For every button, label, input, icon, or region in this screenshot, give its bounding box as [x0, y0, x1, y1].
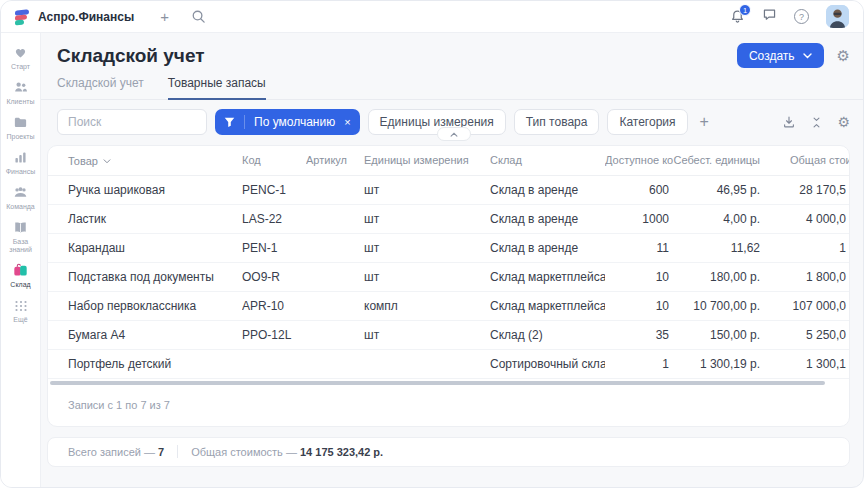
sort-chevron-icon [103, 154, 111, 166]
cell-code: PEN-1 [242, 233, 306, 262]
cell-unit-cost: 11,62 [673, 233, 764, 262]
cell-code: LAS-22 [242, 204, 306, 233]
column-header-article[interactable]: Артикул [306, 146, 364, 175]
cell-code: PENC-1 [242, 175, 306, 204]
table-header-row: Товар Код Артикул Единицы измерения Скла… [48, 146, 849, 175]
cell-unit: шт [364, 320, 490, 349]
cell-total: 1 800,0 [764, 262, 849, 291]
page-settings-gear-icon[interactable]: ⚙ [837, 48, 850, 63]
column-header-warehouse[interactable]: Склад [490, 146, 605, 175]
cell-unit-cost: 1 300,19 р. [673, 349, 764, 378]
filter-chip-category[interactable]: Категория [607, 109, 687, 135]
column-header-code[interactable]: Код [242, 146, 306, 175]
folder-icon [13, 115, 28, 130]
table-row[interactable]: Ручка шариковая PENC-1 шт Склад в аренде… [48, 175, 849, 204]
column-header-total-cost[interactable]: Общая стоимость [764, 146, 849, 175]
app-window: Аспро.Финансы + 1 ? Старт [0, 0, 864, 488]
filter-chip-product-type[interactable]: Тип товара [514, 109, 600, 135]
inventory-table-card: Товар Код Артикул Единицы измерения Скла… [47, 145, 850, 427]
sidebar-item-projects[interactable]: Проекты [1, 115, 41, 141]
cell-product: Бумага А4 [48, 320, 242, 349]
tab-goods-stock[interactable]: Товарные запасы [168, 76, 266, 100]
active-filter-chip[interactable]: По умолчанию × [215, 109, 360, 135]
total-cost-value: 14 175 323,42 р. [300, 446, 383, 458]
add-filter-button[interactable]: + [700, 114, 709, 130]
tabs-bar: Складской учет Товарные запасы [41, 76, 863, 100]
sidebar-item-clients[interactable]: Клиенты [1, 80, 41, 106]
create-button-label: Создать [749, 49, 795, 63]
cell-total: 107 000,0 [764, 291, 849, 320]
sidebar-item-finance[interactable]: Финансы [1, 150, 41, 176]
heart-icon [13, 45, 28, 60]
total-records-label: Всего записей — [68, 446, 155, 458]
warehouse-bag-icon [13, 263, 28, 278]
export-download-icon[interactable] [782, 115, 796, 129]
cell-warehouse: Склад маркетплейса [490, 262, 605, 291]
cell-warehouse: Сортировочный склад [490, 349, 605, 378]
horizontal-scrollbar [48, 380, 849, 386]
table-row[interactable]: Портфель детский Сортировочный склад 1 1… [48, 349, 849, 378]
horizontal-scrollbar-thumb[interactable] [50, 381, 825, 385]
search-input[interactable] [57, 109, 207, 135]
column-header-product[interactable]: Товар [48, 146, 242, 175]
total-cost: Общая стоимость — 14 175 323,42 р. [191, 446, 383, 458]
cell-code: PPO-12L [242, 320, 306, 349]
cell-article [306, 291, 364, 320]
column-header-units[interactable]: Единицы измерения [364, 146, 490, 175]
summary-bar: Всего записей — 7 Общая стоимость — 14 1… [47, 437, 850, 467]
sidebar-item-knowledge-base[interactable]: База знаний [1, 220, 41, 254]
sidebar-item-warehouse[interactable]: Склад [1, 263, 41, 289]
table-row[interactable]: Карандаш PEN-1 шт Склад в аренде 11 11,6… [48, 233, 849, 262]
cell-total: 28 170,5 [764, 175, 849, 204]
cell-total: 1 300,1 [764, 349, 849, 378]
app-name: Аспро.Финансы [38, 10, 134, 24]
table-settings-gear-icon[interactable]: ⚙ [837, 115, 850, 129]
cell-product: Портфель детский [48, 349, 242, 378]
cell-product: Ластик [48, 204, 242, 233]
table-row[interactable]: Ластик LAS-22 шт Склад в аренде 1000 4,0… [48, 204, 849, 233]
cell-product: Ручка шариковая [48, 175, 242, 204]
sidebar-item-label: Клиенты [6, 98, 34, 106]
table-row[interactable]: Подставка под документы OO9-R шт Склад м… [48, 262, 849, 291]
cell-unit-cost: 180,00 р. [673, 262, 764, 291]
notifications-bell-icon[interactable]: 1 [730, 9, 745, 24]
sidebar-item-more[interactable]: Ещё [1, 298, 41, 324]
sidebar-item-team[interactable]: Команда [1, 185, 41, 211]
cell-product: Карандаш [48, 233, 242, 262]
quick-add-button[interactable]: + [160, 9, 169, 24]
chat-icon[interactable] [762, 7, 777, 26]
cell-article [306, 204, 364, 233]
clear-filter-icon[interactable]: × [343, 116, 359, 128]
sidebar-item-label: Финансы [6, 168, 35, 176]
cell-unit [364, 349, 490, 378]
column-header-available-qty[interactable]: Доступное кол-во [605, 146, 673, 175]
active-filter-label: По умолчанию [244, 115, 343, 129]
chevron-down-icon [803, 53, 812, 59]
sidebar-item-start[interactable]: Старт [1, 45, 41, 71]
cell-code: OO9-R [242, 262, 306, 291]
cell-warehouse: Склад в аренде [490, 204, 605, 233]
table-row[interactable]: Набор первоклассника APR-10 компл Склад … [48, 291, 849, 320]
help-icon[interactable]: ? [794, 9, 809, 24]
cell-total: 1 [764, 233, 849, 262]
user-avatar[interactable] [826, 5, 849, 28]
create-button[interactable]: Создать [737, 43, 824, 68]
collapse-rows-icon[interactable] [810, 116, 823, 129]
topbar-right: 1 ? [730, 5, 849, 28]
funnel-icon [215, 117, 244, 128]
cell-unit: шт [364, 204, 490, 233]
tab-warehouse-accounting[interactable]: Складской учет [57, 76, 144, 99]
cell-warehouse: Склад в аренде [490, 233, 605, 262]
cell-qty: 10 [605, 291, 673, 320]
collapse-filters-pill[interactable] [437, 127, 471, 141]
cell-warehouse: Склад маркетплейса [490, 291, 605, 320]
cell-qty: 600 [605, 175, 673, 204]
cell-qty: 35 [605, 320, 673, 349]
total-cost-label: Общая стоимость — [191, 446, 297, 458]
table-row[interactable]: Бумага А4 PPO-12L шт Склад (2) 35 150,00… [48, 320, 849, 349]
cell-unit-cost: 4,00 р. [673, 204, 764, 233]
summary-divider [177, 445, 178, 458]
search-icon[interactable] [191, 9, 206, 24]
column-header-unit-cost[interactable]: Себест. единицы [673, 146, 764, 175]
sidebar-item-label: Проекты [6, 133, 34, 141]
